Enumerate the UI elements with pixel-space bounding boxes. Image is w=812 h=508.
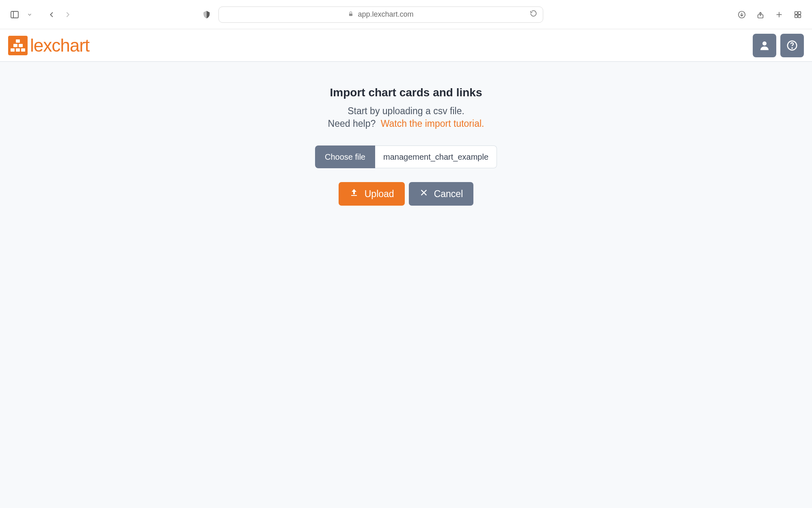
new-tab-icon[interactable] — [775, 10, 784, 19]
svg-rect-2 — [349, 13, 352, 16]
chevron-down-icon[interactable] — [27, 12, 32, 17]
logo[interactable]: lexchart — [8, 35, 89, 56]
upload-icon — [349, 188, 359, 200]
logo-mark-icon — [8, 36, 28, 55]
page-title: Import chart cards and links — [330, 86, 482, 99]
close-icon — [419, 188, 428, 200]
svg-point-15 — [792, 48, 793, 48]
svg-point-13 — [762, 41, 767, 46]
file-chooser: Choose file management_chart_example — [315, 145, 497, 168]
help-row: Need help? Watch the import tutorial. — [328, 118, 484, 129]
svg-rect-9 — [795, 11, 797, 14]
address-bar[interactable]: app.lexchart.com — [218, 7, 543, 23]
help-prefix: Need help? — [328, 118, 376, 129]
address-bar-wrapper: app.lexchart.com — [202, 7, 729, 23]
share-icon[interactable] — [756, 10, 765, 19]
browser-controls-right — [737, 10, 802, 19]
forward-button[interactable] — [63, 10, 72, 19]
filename-display: management_chart_example — [375, 145, 497, 168]
choose-file-button[interactable]: Choose file — [315, 145, 375, 168]
svg-rect-11 — [795, 15, 797, 17]
downloads-icon[interactable] — [737, 10, 746, 19]
svg-rect-12 — [798, 15, 801, 17]
main-content: Import chart cards and links Start by up… — [0, 62, 812, 508]
lock-icon — [348, 10, 354, 19]
action-buttons: Upload Cancel — [339, 182, 474, 206]
browser-chrome: app.lexchart.com — [0, 0, 812, 29]
help-button[interactable] — [780, 34, 804, 57]
url-text: app.lexchart.com — [358, 10, 413, 19]
tab-overview-icon[interactable] — [793, 10, 802, 19]
sidebar-toggle-icon[interactable] — [10, 10, 19, 20]
header-actions — [753, 34, 804, 57]
privacy-shield-icon[interactable] — [202, 10, 211, 19]
cancel-label: Cancel — [434, 189, 463, 200]
upload-label: Upload — [365, 189, 394, 200]
app-header: lexchart — [0, 29, 812, 62]
tutorial-link[interactable]: Watch the import tutorial. — [381, 118, 484, 129]
logo-text: lexchart — [30, 35, 89, 56]
browser-controls-left — [10, 10, 72, 20]
cancel-button[interactable]: Cancel — [409, 182, 474, 206]
refresh-icon[interactable] — [530, 10, 537, 19]
account-button[interactable] — [753, 34, 776, 57]
svg-rect-0 — [11, 11, 18, 18]
subtitle: Start by uploading a csv file. — [348, 106, 464, 117]
upload-button[interactable]: Upload — [339, 182, 405, 206]
svg-rect-10 — [798, 11, 801, 14]
back-button[interactable] — [47, 10, 56, 19]
